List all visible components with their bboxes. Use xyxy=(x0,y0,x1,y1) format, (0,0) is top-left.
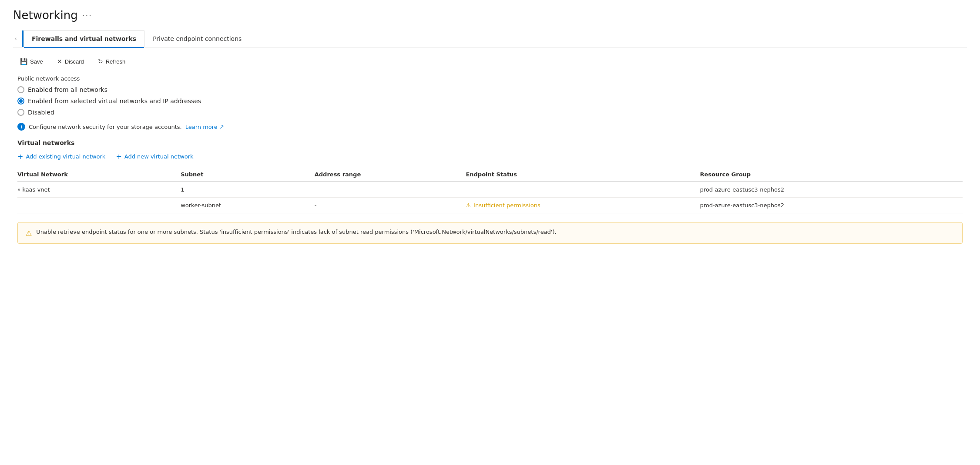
page-header: Networking ··· xyxy=(13,9,967,22)
action-buttons: + Add existing virtual network + Add new… xyxy=(17,152,963,161)
table-row: worker-subnet - ⚠ Insufficient permissio… xyxy=(17,198,963,213)
col-header-vnet: Virtual Network xyxy=(17,168,181,182)
main-content: 💾 Save ✕ Discard ↻ Refresh Public networ… xyxy=(13,47,967,253)
learn-more-link[interactable]: Learn more ↗ xyxy=(185,124,224,130)
subnet-name-cell: worker-subnet xyxy=(181,198,315,213)
add-new-vnet-button[interactable]: + Add new virtual network xyxy=(116,152,193,161)
address-cell xyxy=(315,182,466,198)
tabs-container: ‹ Firewalls and virtual networks Private… xyxy=(13,30,967,47)
radio-disabled[interactable]: Disabled xyxy=(17,109,963,116)
warning-banner-icon: ⚠ xyxy=(26,229,32,237)
info-icon: i xyxy=(17,123,25,131)
vnet-cell-child xyxy=(17,198,181,213)
endpoint-status-cell-warn: ⚠ Insufficient permissions xyxy=(466,198,700,213)
page-title: Networking xyxy=(13,9,78,22)
vnet-expand[interactable]: ∨ kaas-vnet xyxy=(17,186,175,193)
radio-circle-disabled xyxy=(17,109,24,116)
tab-private-endpoints[interactable]: Private endpoint connections xyxy=(144,30,250,47)
virtual-networks-title: Virtual networks xyxy=(17,139,963,146)
discard-icon: ✕ xyxy=(57,58,62,65)
tab-firewalls[interactable]: Firewalls and virtual networks xyxy=(23,30,144,47)
save-button[interactable]: 💾 Save xyxy=(17,56,46,67)
collapse-button[interactable]: ‹ xyxy=(13,30,23,47)
subnet-count-cell: 1 xyxy=(181,182,315,198)
radio-enabled-all[interactable]: Enabled from all networks xyxy=(17,86,963,93)
public-access-label: Public network access xyxy=(17,75,963,82)
toolbar: 💾 Save ✕ Discard ↻ Refresh xyxy=(17,56,963,67)
table-header-row: Virtual Network Subnet Address range End… xyxy=(17,168,963,182)
col-header-resource-group: Resource Group xyxy=(700,168,963,182)
vnet-cell: ∨ kaas-vnet xyxy=(17,182,181,198)
radio-circle-all xyxy=(17,86,24,93)
virtual-networks-table: Virtual Network Subnet Address range End… xyxy=(17,168,963,213)
title-ellipsis: ··· xyxy=(82,11,92,20)
resource-group-cell-child: prod-azure-eastusc3-nephos2 xyxy=(700,198,963,213)
col-header-subnet: Subnet xyxy=(181,168,315,182)
refresh-icon: ↻ xyxy=(98,58,103,65)
warning-banner: ⚠ Unable retrieve endpoint status for on… xyxy=(17,222,963,244)
refresh-button[interactable]: ↻ Refresh xyxy=(95,56,128,67)
insufficient-permissions-warning: ⚠ Insufficient permissions xyxy=(466,202,695,209)
table-row: ∨ kaas-vnet 1 prod-azure-eastusc3-nephos… xyxy=(17,182,963,198)
save-icon: 💾 xyxy=(20,58,27,65)
info-row: i Configure network security for your st… xyxy=(17,123,963,131)
radio-enabled-selected[interactable]: Enabled from selected virtual networks a… xyxy=(17,98,963,104)
radio-group-public-access: Enabled from all networks Enabled from s… xyxy=(17,86,963,116)
warning-triangle-icon: ⚠ xyxy=(466,202,471,209)
warning-banner-text: Unable retrieve endpoint status for one … xyxy=(36,229,556,235)
add-existing-vnet-button[interactable]: + Add existing virtual network xyxy=(17,152,105,161)
col-header-endpoint: Endpoint Status xyxy=(466,168,700,182)
discard-button[interactable]: ✕ Discard xyxy=(54,56,87,67)
resource-group-cell: prod-azure-eastusc3-nephos2 xyxy=(700,182,963,198)
col-header-address: Address range xyxy=(315,168,466,182)
address-range-cell: - xyxy=(315,198,466,213)
plus-icon-new: + xyxy=(116,152,121,161)
endpoint-status-cell xyxy=(466,182,700,198)
radio-circle-selected xyxy=(17,98,24,104)
chevron-down-icon: ∨ xyxy=(17,187,20,192)
plus-icon-existing: + xyxy=(17,152,23,161)
external-link-icon: ↗ xyxy=(219,124,224,130)
